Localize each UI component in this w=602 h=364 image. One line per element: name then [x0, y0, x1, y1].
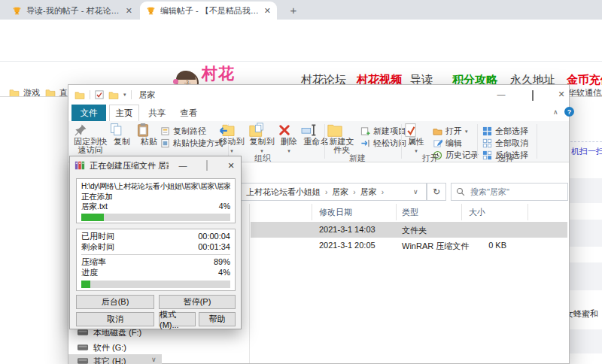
copy-to-button[interactable]: 复制到▾	[248, 123, 276, 155]
explorer-ribbon-tabs: 文件 主页 共享 查看 ∧ ?	[68, 105, 569, 121]
cancel-button[interactable]: 取消	[76, 312, 154, 326]
properties-check-icon[interactable]	[95, 90, 104, 99]
paste-shortcut-button[interactable]: 粘贴快捷方式	[160, 138, 223, 149]
move-to-button[interactable]: 移动到▾	[217, 123, 246, 155]
edit-pencil-icon	[433, 138, 442, 148]
mode-button[interactable]: 模式(M)...	[159, 312, 196, 326]
page-row-stripe	[570, 329, 602, 353]
copy-to-icon	[248, 123, 276, 138]
qat-dropdown-icon[interactable]: ▾	[123, 92, 126, 98]
total-progress-fill	[81, 281, 90, 288]
winrar-current-panel: H:\dy\网络\上村花论坛看小姐姐\居家\居家\居家.rar 正在添加 居家.…	[76, 178, 236, 223]
divider	[537, 124, 537, 159]
refresh-address-icon[interactable]: ↻	[427, 183, 446, 201]
column-header-date[interactable]: 修改日期	[319, 207, 352, 218]
minimize-button[interactable]: —	[491, 89, 512, 99]
explorer-window-title: 居家	[139, 89, 156, 101]
disk-icon	[78, 329, 89, 336]
divider	[131, 90, 132, 99]
file-date: 2021-3-1 14:03	[319, 225, 375, 234]
edit-button[interactable]: 编辑	[433, 138, 462, 149]
collapse-ribbon-icon[interactable]: ∧	[553, 108, 558, 116]
new-folder-button[interactable]: 新建文件夹	[326, 123, 357, 154]
file-progress-bar	[81, 214, 230, 221]
paste-button[interactable]: 粘贴	[136, 123, 162, 146]
sidebar-item-drive-h[interactable]: 其它 (H:)	[68, 354, 162, 364]
search-box[interactable]	[451, 183, 568, 201]
help-icon[interactable]: ?	[564, 107, 574, 117]
bookmarks-bar: 游戏 直播平台 电影 新建文件夹 K 首页-昆明电力交易... 佛跳墙 网才 国…	[0, 41, 602, 62]
search-input[interactable]	[469, 187, 558, 197]
site-nav-recharge[interactable]: 金币充值	[567, 73, 602, 87]
sidebar-scroll-down-icon[interactable]: ∨	[151, 356, 157, 363]
tab-close-icon[interactable]: ✕	[264, 7, 271, 15]
file-date: 2021-3-1 20:05	[319, 241, 375, 250]
current-file: 居家.txt	[81, 202, 108, 212]
properties-button[interactable]: 属性▾	[404, 123, 428, 155]
total-progress-bar	[81, 281, 230, 288]
breadcrumb-item[interactable]: 居家	[360, 187, 377, 196]
divider	[324, 124, 325, 159]
breadcrumb-item[interactable]: 上村花论坛看小姐姐	[246, 187, 321, 196]
move-to-icon	[217, 123, 246, 138]
browser-tab-strip: 导读-我的帖子 - 村花论坛 - ✕ 编辑帖子 - 【不是精品我不发】 ✕ +	[0, 0, 602, 20]
minimize-button[interactable]: —	[173, 161, 193, 170]
close-button[interactable]: ✕	[551, 89, 572, 99]
tab-file[interactable]: 文件	[71, 105, 106, 121]
file-row-selected[interactable]: 2021-3-1 14:03 文件夹	[251, 222, 567, 238]
breadcrumb: 上村花论坛看小姐姐›居家›居家›	[246, 187, 388, 198]
winrar-titlebar[interactable]: 正在创建压缩文件 居家... — ✕	[70, 156, 241, 174]
tab-view[interactable]: 查看	[174, 105, 204, 121]
folder-icon	[74, 91, 85, 99]
group-label-select: 选择	[479, 153, 532, 164]
maximize-button[interactable]	[197, 161, 217, 170]
ratio-value: 89%	[214, 257, 230, 268]
maximize-button[interactable]	[522, 91, 543, 100]
help-button[interactable]: 帮助	[199, 312, 236, 326]
breadcrumb-item[interactable]: 居家	[332, 187, 348, 196]
elapsed-value: 00:00:04	[198, 232, 230, 242]
column-header-size[interactable]: 大小	[469, 207, 485, 218]
site-favicon-trophy-icon	[146, 6, 156, 16]
open-icon	[433, 127, 442, 135]
pause-button[interactable]: 暂停(P)	[159, 295, 236, 309]
tab-share[interactable]: 共享	[142, 105, 172, 121]
current-file-percent: 4%	[219, 202, 230, 212]
new-tab-button[interactable]: +	[286, 3, 301, 18]
copy-button[interactable]: 复制	[109, 123, 135, 146]
winrar-stats-panel: 已用时间00:00:04 剩余时间00:01:34 压缩率89% 进度4%	[76, 229, 236, 291]
file-type: WinRAR 压缩文件	[402, 241, 469, 252]
sidebar-item-drive-g[interactable]: 软件 (G:)	[68, 341, 162, 354]
delete-button[interactable]: 删除▾	[278, 123, 300, 155]
divider	[249, 204, 250, 363]
divider	[477, 124, 478, 159]
column-header-type[interactable]: 类型	[402, 207, 418, 218]
group-label-new: 新建	[327, 153, 388, 164]
address-dropdown-icon[interactable]: ∨	[413, 188, 418, 196]
select-all-button[interactable]: 全部选择	[482, 126, 528, 137]
copy-path-button[interactable]: 复制路径	[160, 126, 206, 137]
browser-tab-1[interactable]: 导读-我的帖子 - 村花论坛 - ✕	[6, 2, 138, 20]
pin-to-quick-access-button[interactable]: 固定到快速访问	[73, 123, 108, 154]
ratio-label: 压缩率	[81, 257, 106, 268]
page-row-stripe	[570, 220, 602, 247]
select-all-icon	[482, 126, 492, 136]
close-button[interactable]: ✕	[221, 161, 241, 171]
tab-home[interactable]: 主页	[109, 105, 139, 121]
browser-tab-2[interactable]: 编辑帖子 - 【不是精品我不发】 ✕	[140, 2, 277, 20]
file-size: 0 KB	[473, 241, 506, 250]
winrar-dialog: 正在创建压缩文件 居家... — ✕ H:\dy\网络\上村花论坛看小姐姐\居家…	[69, 156, 242, 329]
page-row-stripe	[570, 262, 602, 290]
file-progress-fill	[81, 214, 104, 221]
new-folder-qat-icon[interactable]	[108, 91, 119, 99]
scan-qr-link[interactable]: 机扫一扫	[571, 146, 602, 157]
select-none-button[interactable]: 全部取消	[482, 138, 528, 149]
file-row[interactable]: 2021-3-1 20:05 WinRAR 压缩文件 0 KB	[251, 238, 567, 253]
thread-title-fragment[interactable]: 女蜂蜜和	[565, 308, 598, 320]
open-button[interactable]: 打开▾	[433, 126, 468, 137]
properties-icon	[404, 123, 428, 138]
file-type: 文件夹	[402, 225, 427, 236]
tab-close-icon[interactable]: ✕	[126, 7, 132, 15]
background-button[interactable]: 后台(B)	[76, 295, 154, 309]
group-label-open: 打开	[404, 153, 457, 164]
